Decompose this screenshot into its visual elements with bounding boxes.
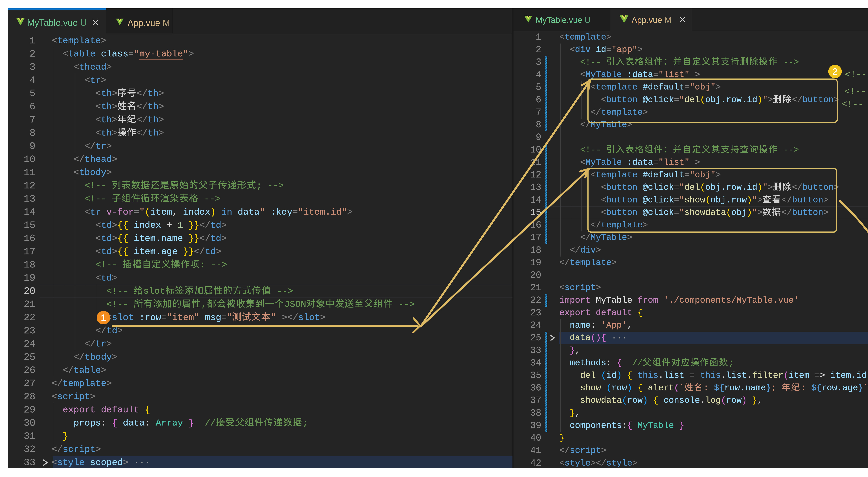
svg-text:1: 1	[101, 312, 106, 323]
svg-text:2: 2	[832, 66, 838, 77]
